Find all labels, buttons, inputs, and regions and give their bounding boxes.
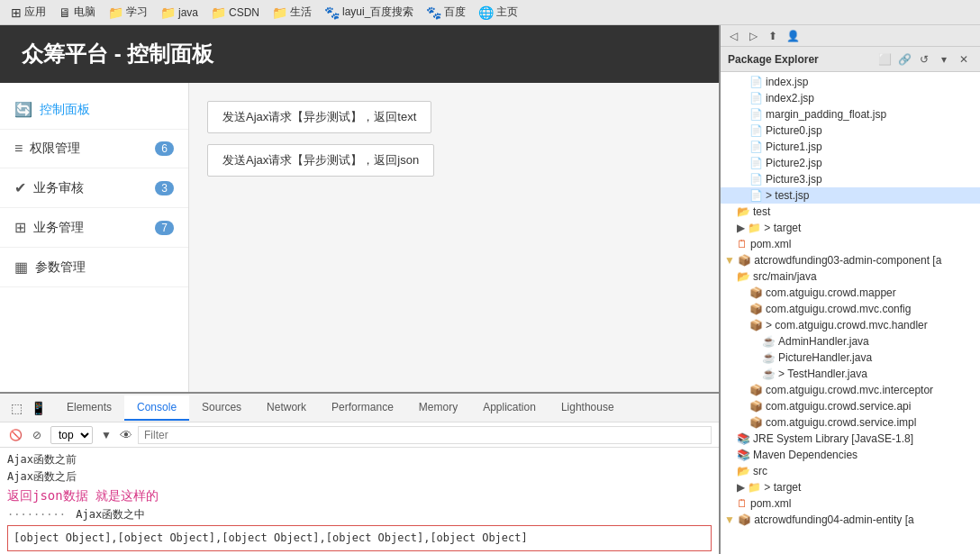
- tree-item[interactable]: 📚JRE System Library [JavaSE-1.8]: [721, 431, 980, 447]
- tree-item[interactable]: ▼ 📦atcrowdfunding04-admin-entity [a: [721, 512, 980, 528]
- tree-item[interactable]: 📄Picture3.jsp: [721, 171, 980, 187]
- tree-item-label: com.atguigu.crowd.mvc.config: [766, 303, 911, 315]
- tree-item[interactable]: ▶ 📁> target: [721, 220, 980, 236]
- tree-item[interactable]: 📄Picture0.jsp: [721, 123, 980, 139]
- tree-item-label: > com.atguigu.crowd.mvc.handler: [766, 319, 928, 331]
- ajax-json-button[interactable]: 发送Ajax请求【异步测试】，返回json: [207, 144, 434, 177]
- tree-item-label: pom.xml: [750, 238, 791, 250]
- chevron-down-icon[interactable]: ▼: [98, 427, 114, 443]
- tree-item[interactable]: 📦com.atguigu.crowd.mvc.interceptor: [721, 382, 980, 398]
- tree-item[interactable]: ▶ 📁> target: [721, 479, 980, 495]
- tree-item-label: Picture2.jsp: [766, 157, 822, 169]
- tree-item[interactable]: ▼ 📦atcrowdfunding03-admin-component [a: [721, 252, 980, 268]
- ec-user-icon[interactable]: 👤: [784, 27, 802, 45]
- params-icon: ▦: [14, 259, 28, 276]
- console-clear-icon[interactable]: 🚫: [7, 427, 23, 443]
- devtools-mobile-icon[interactable]: 📱: [29, 399, 47, 417]
- bookmark-apps-label: 应用: [24, 5, 46, 20]
- ec-back-icon[interactable]: ◁: [724, 27, 742, 45]
- pe-menu-icon[interactable]: ▾: [935, 50, 953, 68]
- tree-item[interactable]: 📄> test.jsp: [721, 187, 980, 204]
- pe-link-icon[interactable]: 🔗: [895, 50, 913, 68]
- tab-performance[interactable]: Performance: [319, 395, 406, 421]
- sidebar-item-audit[interactable]: ✔ 业务审核 3: [0, 168, 188, 208]
- sidebar-item-params[interactable]: ▦ 参数管理: [0, 248, 188, 287]
- devtools-inspect-icon[interactable]: ⬚: [7, 399, 25, 417]
- tree-item[interactable]: ☕PictureHandler.java: [721, 350, 980, 366]
- sidebar-item-dashboard[interactable]: 🔄 控制面板: [0, 90, 188, 130]
- sidebar-label-permissions: 权限管理: [30, 141, 148, 157]
- tree-item-label: src: [753, 465, 767, 477]
- permissions-badge: 6: [155, 141, 174, 156]
- bookmark-layui[interactable]: 🐾 layui_百度搜索: [321, 3, 417, 22]
- folder-arrow-icon: ▶ 📁: [737, 222, 761, 234]
- bookmark-life[interactable]: 📁 生活: [268, 3, 315, 22]
- tree-item-label: com.atguigu.crowd.mapper: [766, 286, 896, 299]
- tree-item[interactable]: 📦com.atguigu.crowd.mapper: [721, 285, 980, 301]
- line5-text: [object Object],[object Object],[object …: [14, 531, 528, 544]
- console-filter-icon[interactable]: ⊘: [29, 427, 45, 443]
- pe-close-icon[interactable]: ✕: [955, 50, 973, 68]
- pe-collapse-icon[interactable]: ⬜: [876, 50, 894, 68]
- tree-item[interactable]: 📂src: [721, 463, 980, 479]
- sidebar-item-permissions[interactable]: ≡ 权限管理 6: [0, 130, 188, 168]
- ec-forward-icon[interactable]: ▷: [744, 27, 762, 45]
- tree-item[interactable]: 📄index.jsp: [721, 74, 980, 90]
- ec-up-icon[interactable]: ⬆: [764, 27, 782, 45]
- tab-memory[interactable]: Memory: [406, 395, 470, 421]
- tree-item[interactable]: 📄index2.jsp: [721, 90, 980, 106]
- package-icon: 📦: [749, 319, 763, 331]
- tree-item-label: com.atguigu.crowd.service.impl: [766, 416, 916, 429]
- sidebar-label-dashboard: 控制面板: [40, 102, 174, 118]
- pe-refresh-icon[interactable]: ↺: [915, 50, 933, 68]
- tree-item[interactable]: 📂src/main/java: [721, 268, 980, 285]
- line4-text: Ajax函数之中: [76, 508, 145, 521]
- tree-item-label: pom.xml: [750, 497, 791, 510]
- folder-icon-tree: 📂: [737, 205, 750, 218]
- bookmark-apps[interactable]: ⊞ 应用: [7, 3, 50, 22]
- tree-item[interactable]: 📄margin_padding_float.jsp: [721, 106, 980, 123]
- sidebar: 🔄 控制面板 ≡ 权限管理 6 ✔ 业务审核 3 ⊞ 业务管理 7: [0, 83, 189, 392]
- bookmark-home-label: 主页: [496, 5, 518, 20]
- package-icon: 📦: [749, 286, 763, 299]
- permissions-icon: ≡: [14, 141, 23, 157]
- tree-item[interactable]: ☕> TestHandler.java: [721, 366, 980, 382]
- tab-network[interactable]: Network: [254, 395, 319, 421]
- home-icon: 🌐: [478, 5, 494, 20]
- tab-lighthouse[interactable]: Lighthouse: [549, 395, 627, 421]
- business-icon: ⊞: [14, 219, 26, 236]
- console-filter-input[interactable]: [138, 426, 712, 444]
- bookmark-csdn[interactable]: 📁 CSDN: [207, 4, 263, 22]
- tree-item[interactable]: ☕AdminHandler.java: [721, 333, 980, 350]
- bookmark-computer[interactable]: 🖥 电脑: [55, 3, 99, 22]
- folder-icon-tree: 📂: [737, 270, 750, 283]
- bookmark-baidu[interactable]: 🐾 百度: [422, 3, 469, 22]
- audit-badge: 3: [155, 181, 174, 195]
- file-icon: 📄: [749, 108, 763, 121]
- tree-item[interactable]: 📄Picture2.jsp: [721, 155, 980, 171]
- ajax-text-button[interactable]: 发送Ajax请求【异步测试】，返回text: [207, 101, 431, 133]
- tab-sources[interactable]: Sources: [189, 395, 254, 421]
- tree-item[interactable]: 📦com.atguigu.crowd.mvc.config: [721, 301, 980, 317]
- file-icon: 📄: [749, 141, 763, 153]
- sidebar-item-business[interactable]: ⊞ 业务管理 7: [0, 208, 188, 248]
- tab-console[interactable]: Console: [124, 395, 189, 421]
- bookmark-home[interactable]: 🌐 主页: [475, 3, 522, 22]
- bookmark-study[interactable]: 📁 学习: [104, 3, 151, 22]
- tab-elements[interactable]: Elements: [54, 395, 124, 421]
- context-selector[interactable]: top: [50, 426, 93, 444]
- tree-item[interactable]: 📄Picture1.jsp: [721, 139, 980, 155]
- tree-item[interactable]: 📚Maven Dependencies: [721, 447, 980, 463]
- tree-item[interactable]: 📂test: [721, 204, 980, 220]
- bookmark-java[interactable]: 📁 java: [157, 4, 202, 22]
- tree-item[interactable]: 🗒pom.xml: [721, 495, 980, 512]
- tab-application[interactable]: Application: [470, 395, 549, 421]
- tree-item[interactable]: 🗒pom.xml: [721, 236, 980, 252]
- tree-item[interactable]: 📦> com.atguigu.crowd.mvc.handler: [721, 317, 980, 333]
- eye-icon[interactable]: 👁: [120, 428, 132, 442]
- bookmark-list: ⊞ 应用 🖥 电脑 📁 学习 📁 java 📁 CSDN 📁 生活 🐾 layu…: [7, 3, 522, 22]
- tree-item[interactable]: 📦com.atguigu.crowd.service.api: [721, 398, 980, 414]
- tree-item-label: > TestHandler.java: [778, 368, 867, 380]
- tree-item[interactable]: 📦com.atguigu.crowd.service.impl: [721, 414, 980, 431]
- tree-item-label: Maven Dependencies: [753, 449, 858, 461]
